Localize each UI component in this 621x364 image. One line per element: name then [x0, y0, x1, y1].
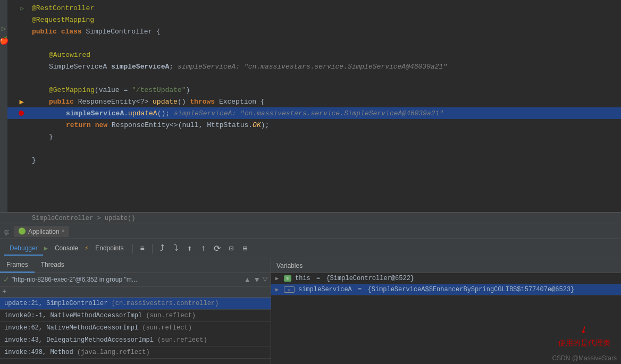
code-line [0, 72, 621, 84]
var-equals: = [354, 286, 366, 293]
var-name-serviceA: simpleServiceA [298, 286, 352, 293]
toolbar-btn-step-over[interactable]: ⤴ [156, 242, 169, 255]
var-icon-this: ≡ [284, 275, 291, 282]
var-item-this[interactable]: ▶ ≡ this = {SimpleController@6522} [271, 273, 621, 284]
left-icon-1[interactable]: ▷ [2, 24, 6, 33]
frame-method: invoke:43, DelegatingMethodAccessorImpl [4, 336, 157, 344]
var-item-simpleServiceA[interactable]: ▶ ∞ simpleServiceA = {SimpleServiceA$$En… [271, 284, 621, 295]
thread-name: "http-nio-8286-exec-2"@6,352 in group "m… [12, 276, 137, 283]
frame-item-0[interactable]: update:21, SimpleController (cn.massives… [0, 298, 271, 310]
var-equals: = [313, 275, 324, 282]
breadcrumb-text: SimpleController > update() [32, 215, 135, 222]
frames-action-bar: + [0, 286, 271, 298]
app-tab-label: Application [28, 228, 60, 235]
var-expand-icon[interactable]: ▶ [275, 286, 282, 293]
frames-add-btn[interactable]: + [2, 287, 6, 296]
code-line: @RequestMapping [0, 14, 621, 26]
code-line: @Autowired [0, 49, 621, 61]
tab-frames[interactable]: Frames [0, 258, 35, 273]
thread-down-btn[interactable]: ▼ [253, 275, 261, 284]
code-annotation: @RequestMapping [32, 16, 94, 24]
app-tab-icon: 🟢 [18, 227, 26, 235]
bottom-panels: Frames Threads ✓ "http-nio-8286-exec-2"@… [0, 258, 621, 364]
variables-header: Variables [271, 258, 621, 273]
frame-method: invoke:62, NativeMethodAccessorImpl [4, 324, 142, 332]
code-line: ▷ @RestController [0, 2, 621, 14]
toolbar-separator [132, 244, 133, 253]
inline-debug-highlighted: simpleServiceA: "cn.massivestars.service… [174, 109, 443, 117]
toolbar-btn-trace[interactable]: ⊡ [225, 242, 238, 255]
toolbar-btn-menu[interactable]: ≡ [136, 242, 149, 255]
debug-tab-bar: g: 🟢 Application × [0, 224, 621, 239]
thread-filter-btn[interactable]: ▽ [263, 275, 267, 284]
toolbar-btn-eval[interactable]: ⟳ [211, 242, 224, 255]
frames-tabs: Frames Threads [0, 258, 271, 273]
console-tab[interactable]: ▶ Console [44, 242, 83, 256]
inline-debug-value: simpleServiceA: "cn.massivestars.service… [178, 63, 447, 71]
application-tab[interactable]: 🟢 Application × [14, 226, 69, 237]
frame-item-1[interactable]: invoke0:-1, NativeMethodAccessorImpl (su… [0, 310, 271, 322]
code-line: SimpleServiceA simpleServiceA; simpleSer… [0, 61, 621, 72]
thread-status-icon: ✓ [3, 275, 10, 284]
code-line [0, 37, 621, 49]
thread-bar: ✓ "http-nio-8286-exec-2"@6,352 in group … [0, 273, 271, 286]
var-name-this: this [295, 275, 310, 282]
left-icon-2[interactable]: 🍎 [0, 36, 9, 45]
variables-panel: Variables ▶ ≡ this = {SimpleController@6… [271, 258, 621, 364]
frame-class: (sun.reflect) [146, 312, 196, 319]
code-line: public class SimpleController { [0, 26, 621, 37]
debugger-toolbar: Debugger ▶ Console ⚡ Endpoints ≡ ⤴ ⤵ ⬆ ↑… [0, 239, 621, 258]
endpoints-tab[interactable]: ⚡ Endpoints [85, 242, 129, 256]
var-value-serviceA: {SimpleServiceA$$EnhancerBySpringCGLIB$$… [367, 286, 574, 293]
frame-class: (sun.reflect) [157, 336, 207, 344]
code-line: @GetMapping(value = "/testUpdate") [0, 84, 621, 96]
code-line: ▶ public ResponseEntity<?> update() thro… [0, 96, 621, 107]
proxy-annotation: ↗ 使用的是代理类 [558, 323, 610, 348]
frame-item-4[interactable]: invoke:498, Method (java.lang.reflect) [0, 346, 271, 359]
code-annotation: @RestController [32, 4, 94, 12]
frame-item-3[interactable]: invoke:43, DelegatingMethodAccessorImpl … [0, 334, 271, 346]
var-icon-proxy: ∞ [284, 286, 295, 293]
proxy-text: 使用的是代理类 [558, 338, 610, 348]
csdn-watermark: CSDN @MassiveStars [552, 354, 617, 362]
var-expand-icon[interactable]: ▶ [275, 275, 282, 282]
code-line: } [0, 154, 621, 166]
toolbar-btn-run-cursor[interactable]: ↑ [197, 242, 210, 255]
frame-method: update:21, SimpleController [4, 300, 112, 307]
code-editor: ▷ 🍎 ▷ @RestController @RequestMapping pu… [0, 0, 621, 213]
frame-class: (java.lang.reflect) [77, 349, 150, 356]
frame-method: invoke:498, Method [4, 349, 77, 356]
frames-panel: Frames Threads ✓ "http-nio-8286-exec-2"@… [0, 258, 271, 364]
app-tab-close[interactable]: × [62, 228, 65, 234]
frame-method: invoke0:-1, NativeMethodAccessorImpl [4, 312, 146, 319]
debug-label: g: [4, 228, 10, 235]
toolbar-btn-more[interactable]: ⊞ [239, 242, 251, 255]
tab-threads[interactable]: Threads [35, 258, 71, 273]
proxy-arrow: ↗ [577, 322, 591, 339]
thread-up-btn[interactable]: ▲ [244, 275, 251, 284]
code-line-highlighted: simpleServiceA.updateA(); simpleServiceA… [0, 107, 621, 119]
toolbar-btn-step-into[interactable]: ⤵ [170, 242, 182, 255]
frame-class: (sun.reflect) [142, 324, 192, 332]
frame-item-2[interactable]: invoke:62, NativeMethodAccessorImpl (sun… [0, 322, 271, 334]
toolbar-btn-step-out[interactable]: ⬆ [183, 242, 196, 255]
breadcrumb: SimpleController > update() [0, 213, 621, 224]
code-line [0, 142, 621, 154]
code-line: } [0, 131, 621, 142]
var-value-this: {SimpleController@6522} [326, 275, 414, 282]
code-line: return new ResponseEntity<>(null, HttpSt… [0, 119, 621, 131]
toolbar-separator [152, 244, 153, 253]
thread-controls: ▲ ▼ ▽ [244, 275, 267, 284]
variables-title: Variables [276, 262, 303, 269]
tab-debugger[interactable]: Debugger [4, 242, 43, 256]
frame-class: (cn.massivestars.controller) [112, 300, 219, 307]
